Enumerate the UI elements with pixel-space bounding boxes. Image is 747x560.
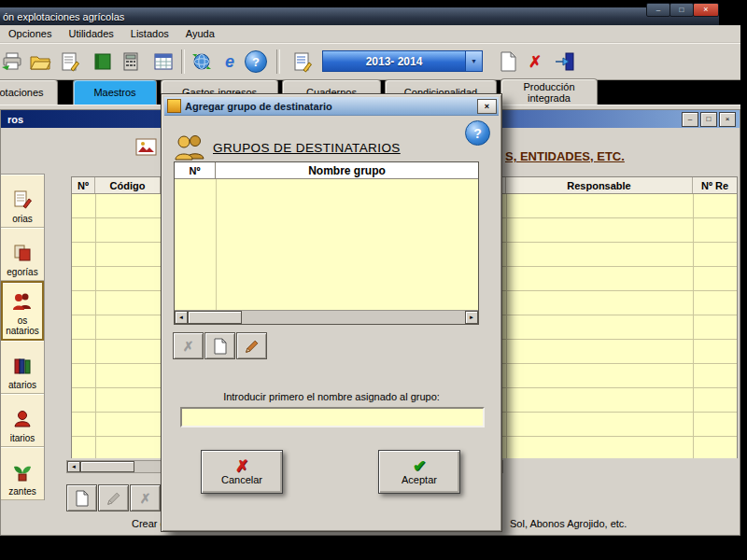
sidebar-item-subcategorias[interactable]: egorías [1, 228, 44, 281]
menu-listados[interactable]: Listados [122, 26, 177, 41]
green-book-icon[interactable] [91, 49, 115, 74]
dialog-new-button[interactable] [204, 332, 235, 359]
calendar-grid-icon[interactable] [151, 49, 176, 74]
report-edit-icon[interactable] [290, 49, 315, 74]
dialog-edit-button[interactable] [236, 332, 267, 359]
toolbar: e ? 2013- 2014 ▼ ✗ [0, 43, 740, 80]
add-group-dialog: Agregar grupo de destinatario × ? GRUPOS… [161, 93, 502, 532]
delete-record-button[interactable]: ✗ [130, 484, 161, 511]
grid-line [216, 179, 217, 310]
delete-glyph: ✗ [140, 491, 151, 506]
sidebar-item-destinatarios[interactable]: atarios [1, 341, 44, 394]
accept-button[interactable]: ✔ Aceptar [378, 450, 460, 494]
grid-line [693, 194, 694, 458]
status-text-right: Sol, Abonos Agrojido, etc. [510, 518, 627, 529]
new-document-icon[interactable] [496, 49, 520, 74]
child-restore-button[interactable]: □ [700, 112, 717, 127]
sidebar-item-label: orias [12, 214, 33, 224]
scroll-left-button[interactable]: ◄ [175, 311, 188, 324]
scrollbar-track[interactable] [242, 311, 465, 324]
close-icon: × [703, 6, 708, 14]
new-record-button[interactable] [66, 484, 97, 511]
year-selector-value: 2013- 2014 [323, 55, 465, 68]
globe-sync-icon[interactable] [190, 49, 214, 74]
sidebar-item-label: zantes [8, 486, 35, 497]
dialog-help-button[interactable]: ? [465, 120, 490, 146]
sidebar-item-label: natarios [6, 326, 39, 336]
menu-ayuda[interactable]: Ayuda [177, 26, 223, 41]
edit-record-button[interactable] [98, 484, 129, 511]
scroll-left-button[interactable]: ◄ [67, 461, 80, 472]
exit-icon[interactable] [553, 49, 577, 74]
books-icon [12, 356, 33, 378]
close-icon: × [485, 102, 489, 111]
calculator-icon[interactable] [119, 49, 143, 74]
tab-explotaciones[interactable]: otaciones [0, 79, 58, 105]
grid-hscrollbar[interactable]: ◄ ► [175, 310, 478, 324]
picture-icon[interactable] [134, 136, 159, 161]
new-document-icon [75, 490, 90, 507]
child-close-button[interactable]: × [719, 112, 736, 127]
help-icon[interactable]: ? [244, 49, 268, 74]
dialog-delete-button[interactable]: ✗ [173, 332, 204, 359]
child-title: ros [1, 114, 23, 125]
grid-header-no: Nº [175, 162, 216, 178]
dialog-titlebar[interactable]: Agregar grupo de destinatario × [164, 97, 499, 116]
sidebar-item-label: itarios [10, 433, 35, 443]
sidebar-item-label: egorías [7, 267, 37, 277]
sidebar-item-categorias[interactable]: orias [1, 175, 44, 228]
notes-edit-icon[interactable] [58, 49, 82, 74]
arrow-left-icon: ◄ [71, 464, 77, 469]
sidebar-item-sanitarios[interactable]: itarios [1, 394, 44, 447]
group-icon [11, 291, 34, 314]
minimize-button[interactable]: – [646, 3, 670, 17]
grid-body[interactable] [175, 179, 478, 310]
menu-utilidades[interactable]: Utilidades [60, 26, 121, 41]
child-minimize-button[interactable]: – [682, 112, 698, 127]
plant-icon [12, 462, 33, 484]
year-selector[interactable]: 2013- 2014 ▼ [322, 50, 483, 72]
column-header-codigo: Código [95, 177, 161, 193]
group-name-input[interactable] [180, 407, 485, 427]
restore-icon: □ [707, 115, 712, 123]
dialog-close-button[interactable]: × [477, 99, 497, 114]
delete-x-icon[interactable]: ✗ [523, 49, 547, 74]
menu-opciones[interactable]: Opciones [0, 26, 60, 41]
maximize-button[interactable]: □ [669, 3, 694, 17]
pencil-icon [106, 490, 122, 507]
tag-icon [12, 243, 33, 265]
tab-label: otaciones [0, 87, 44, 98]
print-icon[interactable] [0, 49, 24, 74]
tab-label: Maestros [93, 87, 135, 98]
tab-label: Producción integrada [501, 81, 597, 104]
accept-label: Aceptar [402, 474, 437, 485]
instruction-label: Introducir primero el nombre asignado al… [162, 391, 501, 402]
internet-explorer-icon[interactable]: e [218, 49, 242, 74]
close-button[interactable]: × [693, 3, 719, 17]
window-titlebar[interactable]: ón explotaciones agrícolas [0, 7, 719, 25]
tab-maestros[interactable]: Maestros [73, 79, 157, 105]
sidebar-item-label: os [18, 315, 28, 326]
sidebar: orias egorías os natarios atarios [1, 174, 45, 500]
maximize-icon: □ [680, 7, 684, 14]
scrollbar-thumb[interactable] [188, 311, 242, 324]
year-dropdown-button[interactable]: ▼ [465, 51, 482, 71]
grid-header-nombre-grupo: Nombre grupo [216, 162, 478, 178]
sidebar-item-label: atarios [8, 380, 36, 390]
scroll-right-button[interactable]: ► [465, 311, 478, 324]
tab-produccion-integrada[interactable]: Producción integrada [500, 78, 598, 105]
sidebar-item-grupos-destinatarios[interactable]: os natarios [1, 281, 44, 341]
groups-grid: Nº Nombre grupo ◄ ► [174, 161, 479, 325]
menubar: Opciones Utilidades Listados Ayuda [0, 25, 740, 43]
open-folder-icon[interactable] [28, 49, 52, 74]
cancel-button[interactable]: ✗ Cancelar [201, 450, 283, 494]
scrollbar-thumb[interactable] [80, 461, 134, 472]
cancel-label: Cancelar [221, 474, 262, 485]
ie-glyph: e [225, 52, 234, 72]
form-pencil-icon [12, 189, 33, 212]
dialog-title: Agregar grupo de destinatario [181, 101, 332, 112]
chevron-down-icon: ▼ [471, 58, 477, 64]
sidebar-item-fertilizantes[interactable]: zantes [1, 447, 44, 500]
delete-glyph: ✗ [529, 52, 542, 72]
toolbar-separator [276, 49, 280, 74]
